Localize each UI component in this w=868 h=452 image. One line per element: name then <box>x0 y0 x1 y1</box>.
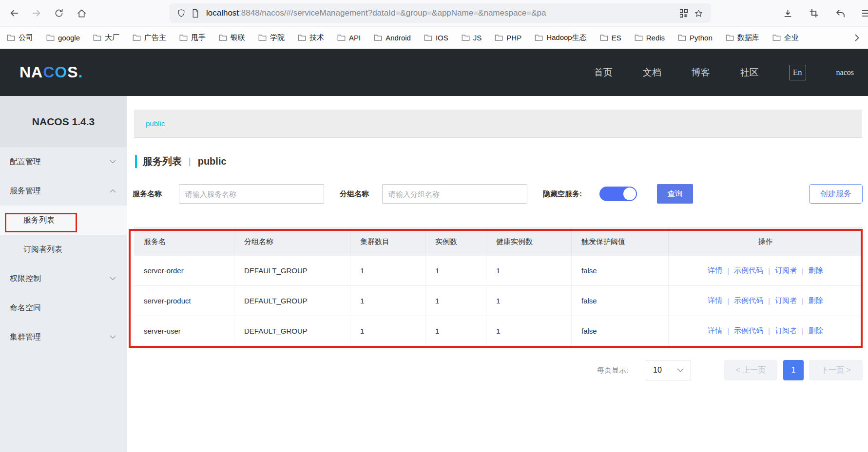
toggle-knob <box>623 188 636 200</box>
folder-icon <box>179 34 188 41</box>
sidebar-item-permission-control[interactable]: 权限控制 <box>0 264 127 293</box>
bookmark-folder[interactable]: JS <box>462 34 482 42</box>
app-nav: 首页 文档 博客 社区 En nacos <box>594 65 868 80</box>
nav-docs[interactable]: 文档 <box>643 66 661 79</box>
folder-icon <box>495 34 503 41</box>
bookmark-folder[interactable]: 广告主 <box>133 33 166 42</box>
bookmark-folder[interactable]: Python <box>678 34 713 42</box>
url-bar[interactable]: localhost:8848/nacos/#/serviceManagement… <box>169 3 711 23</box>
bookmark-folder[interactable]: 技术 <box>298 33 324 42</box>
bookmark-folder[interactable]: 公司 <box>7 33 33 42</box>
subscribers-link[interactable]: 订阅者 <box>775 296 797 305</box>
nav-blog[interactable]: 博客 <box>692 66 710 79</box>
sidebar-item-config-management[interactable]: 配置管理 <box>0 147 127 176</box>
sidebar-item-subscriber-list[interactable]: 订阅者列表 <box>0 235 127 264</box>
url-text: localhost:8848/nacos/#/serviceManagement… <box>206 8 676 18</box>
download-icon[interactable] <box>779 5 796 21</box>
bookmark-folder[interactable]: 数据库 <box>726 33 759 42</box>
col-service-name: 服务名 <box>134 227 234 256</box>
bookmark-folder[interactable]: google <box>46 34 80 42</box>
current-page-button[interactable]: 1 <box>783 360 804 380</box>
bookmark-folder[interactable]: Hadoop生态 <box>535 33 587 42</box>
bookmark-folder[interactable]: PHP <box>495 34 521 42</box>
namespace-tab-bar: public <box>134 110 862 138</box>
bookmark-folder[interactable]: 企业 <box>772 33 799 42</box>
logged-in-user[interactable]: nacos <box>836 68 854 77</box>
menu-hamburger-icon[interactable] <box>858 5 868 21</box>
nacos-version-label: NACOS 1.4.3 <box>0 96 127 147</box>
cell-healthy: 1 <box>486 316 572 346</box>
cell-instances: 1 <box>425 256 486 285</box>
screenshot-crop-icon[interactable] <box>806 5 822 21</box>
bookmark-folder[interactable]: Android <box>374 34 411 42</box>
forward-icon[interactable] <box>28 5 45 21</box>
undo-arrow-icon[interactable] <box>832 5 849 21</box>
cell-service-name: server-product <box>134 286 234 316</box>
app-header: NACOS. 首页 文档 博客 社区 En nacos <box>0 49 868 96</box>
group-name-input[interactable] <box>382 184 527 204</box>
bookmarks-bar: 公司 google 大厂 广告主 甩手 银联 学院 技术 API Android… <box>0 26 868 49</box>
chevron-up-icon <box>110 189 116 193</box>
subscribers-link[interactable]: 订阅者 <box>775 326 797 336</box>
delete-link[interactable]: 删除 <box>809 296 823 305</box>
bookmark-folder[interactable]: 银联 <box>219 33 245 42</box>
bookmarks-overflow-chevron-icon[interactable] <box>855 34 859 41</box>
nav-community[interactable]: 社区 <box>740 66 759 79</box>
folder-icon <box>258 34 267 41</box>
bookmark-folder[interactable]: 大厂 <box>93 33 119 42</box>
bookmark-star-icon[interactable] <box>694 9 703 18</box>
browser-toolbar: localhost:8848/nacos/#/serviceManagement… <box>0 0 868 26</box>
search-button[interactable]: 查询 <box>657 184 693 204</box>
sidebar-item-cluster-management[interactable]: 集群管理 <box>0 322 127 352</box>
page-info-icon[interactable] <box>192 9 199 18</box>
detail-link[interactable]: 详情 <box>708 326 722 336</box>
title-accent-bar <box>135 155 137 168</box>
page-size-select[interactable]: 10 <box>646 360 691 380</box>
cell-operations: 详情|示例代码|订阅者|删除 <box>669 316 862 346</box>
table-row: server-order DEFAULT_GROUP 1 1 1 false 详… <box>134 256 862 286</box>
hide-empty-service-toggle[interactable] <box>599 187 637 201</box>
bookmark-folder[interactable]: 学院 <box>258 33 285 42</box>
subscribers-link[interactable]: 订阅者 <box>775 266 797 275</box>
delete-link[interactable]: 删除 <box>809 326 823 336</box>
nav-home[interactable]: 首页 <box>594 66 613 79</box>
cell-group: DEFAULT_GROUP <box>234 256 350 285</box>
folder-icon <box>535 34 543 41</box>
sample-code-link[interactable]: 示例代码 <box>734 326 763 336</box>
bookmark-folder[interactable]: IOS <box>424 34 448 42</box>
home-icon[interactable] <box>73 5 90 21</box>
bookmark-folder[interactable]: ES <box>600 34 621 42</box>
sidebar-item-namespace[interactable]: 命名空间 <box>0 293 127 322</box>
next-page-button[interactable]: 下一页 > <box>809 360 863 380</box>
shield-icon[interactable] <box>177 8 186 18</box>
cell-protect: false <box>572 256 669 285</box>
col-instance-count: 实例数 <box>425 227 486 256</box>
reload-icon[interactable] <box>51 5 67 21</box>
sidebar-item-service-management[interactable]: 服务管理 <box>0 176 127 206</box>
detail-link[interactable]: 详情 <box>708 266 722 275</box>
bookmark-folder[interactable]: Redis <box>635 34 665 42</box>
language-toggle-button[interactable]: En <box>789 65 806 80</box>
chevron-down-icon <box>677 368 684 373</box>
namespace-tab-public[interactable]: public <box>134 119 165 128</box>
folder-icon <box>93 34 101 41</box>
toolbar-right <box>770 0 868 26</box>
bookmark-folder[interactable]: API <box>337 34 361 42</box>
sample-code-link[interactable]: 示例代码 <box>734 266 763 275</box>
prev-page-button[interactable]: < 上一页 <box>724 360 777 380</box>
cell-healthy: 1 <box>486 256 572 285</box>
back-icon[interactable] <box>6 5 22 21</box>
sidebar-item-service-list[interactable]: 服务列表 <box>0 206 127 235</box>
bookmark-folder[interactable]: 甩手 <box>179 33 206 42</box>
qr-code-icon[interactable] <box>679 9 688 18</box>
services-table: 服务名 分组名称 集群数目 实例数 健康实例数 触发保护阈值 操作 server… <box>134 227 862 346</box>
sample-code-link[interactable]: 示例代码 <box>734 296 763 305</box>
folder-icon <box>678 34 686 41</box>
detail-link[interactable]: 详情 <box>708 296 722 305</box>
create-service-button[interactable]: 创建服务 <box>809 184 863 204</box>
chevron-down-icon <box>110 277 116 281</box>
cell-instances: 1 <box>425 286 486 316</box>
delete-link[interactable]: 删除 <box>809 266 823 275</box>
chevron-down-icon <box>110 335 116 339</box>
service-name-input[interactable] <box>179 184 324 204</box>
